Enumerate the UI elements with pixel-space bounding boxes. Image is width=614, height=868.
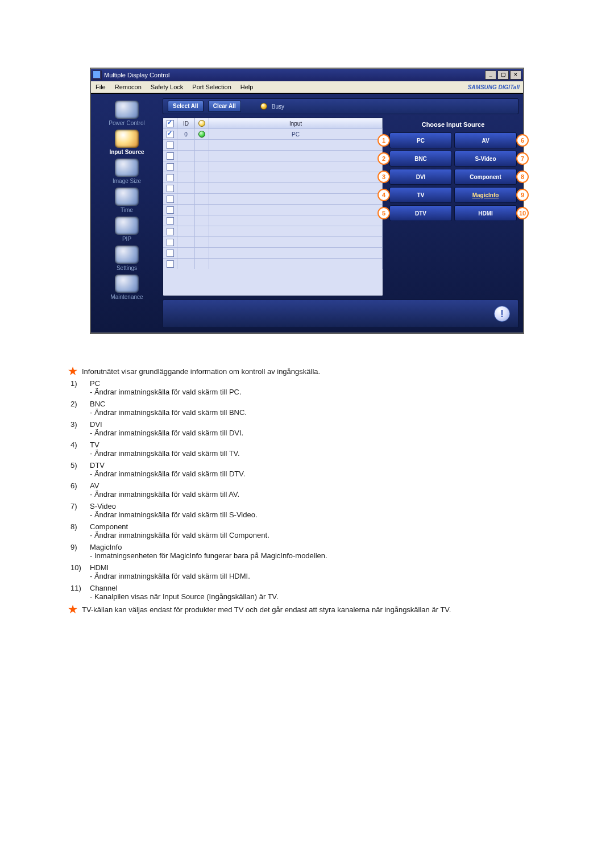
pip-icon bbox=[115, 217, 139, 235]
sidebar-item-settings[interactable]: Settings bbox=[115, 244, 139, 272]
row-checkbox[interactable] bbox=[167, 250, 174, 257]
table-row[interactable] bbox=[163, 226, 383, 236]
window-title: Multiple Display Control bbox=[104, 72, 484, 78]
main-area: Select All Clear All Busy ID Input bbox=[163, 94, 523, 333]
input-source-panel: Choose Input Source 1PC AV6 2BNC S-Video… bbox=[388, 118, 518, 296]
header-input[interactable]: Input bbox=[209, 118, 383, 128]
list-item: 6)AV- Ändrar inmatningskälla för vald sk… bbox=[70, 481, 546, 499]
row-checkbox[interactable] bbox=[167, 163, 174, 171]
titlebar[interactable]: Multiple Display Control _ ▢ × bbox=[91, 69, 523, 81]
source-component-button[interactable]: Component8 bbox=[454, 169, 517, 185]
row-checkbox[interactable] bbox=[167, 185, 174, 192]
menu-remocon[interactable]: Remocon bbox=[110, 81, 146, 93]
list-item: 3)DVI- Ändrar inmatningskälla för vald s… bbox=[70, 420, 546, 437]
sidebar-item-image-size[interactable]: Image Size bbox=[113, 157, 141, 185]
document-body: ★ Inforutnätet visar grundläggande infor… bbox=[68, 367, 546, 614]
checkbox-icon bbox=[167, 120, 174, 127]
minimize-button[interactable]: _ bbox=[485, 70, 496, 80]
statusbar: ! bbox=[163, 300, 518, 328]
table-row[interactable] bbox=[163, 139, 383, 150]
table-row[interactable] bbox=[163, 204, 383, 215]
row-checkbox[interactable] bbox=[167, 131, 174, 138]
table-row[interactable] bbox=[163, 150, 383, 161]
source-magicinfo-button[interactable]: MagicInfo9 bbox=[454, 187, 517, 203]
sidebar-item-maintenance[interactable]: Maintenance bbox=[110, 273, 143, 301]
sidebar-item-input-source[interactable]: Input Source bbox=[109, 128, 144, 156]
source-label: HDMI bbox=[478, 210, 493, 217]
list-item: 4)TV- Ändrar inmatningskälla för vald sk… bbox=[70, 441, 546, 458]
row-checkbox[interactable] bbox=[167, 174, 174, 181]
row-checkbox[interactable] bbox=[167, 142, 174, 149]
row-checkbox[interactable] bbox=[167, 206, 174, 214]
cell-input: PC bbox=[209, 129, 383, 139]
num-badge: 5 bbox=[377, 207, 390, 219]
row-checkbox[interactable] bbox=[167, 152, 174, 160]
source-dvi-button[interactable]: 3DVI bbox=[389, 169, 452, 185]
table-row[interactable] bbox=[163, 193, 383, 204]
app-window: Multiple Display Control _ ▢ × File Remo… bbox=[90, 68, 524, 333]
status-dot-icon bbox=[198, 131, 205, 138]
source-label: BNC bbox=[414, 156, 427, 162]
star-icon: ★ bbox=[68, 367, 77, 375]
sidebar-item-label: Input Source bbox=[109, 149, 144, 155]
header-status[interactable] bbox=[195, 118, 209, 128]
menu-port-selection[interactable]: Port Selection bbox=[188, 81, 235, 93]
device-table: ID Input 0 PC bbox=[163, 118, 383, 296]
source-tv-button[interactable]: 4TV bbox=[389, 187, 452, 203]
table-row[interactable] bbox=[163, 236, 383, 247]
clear-all-button[interactable]: Clear All bbox=[208, 101, 241, 112]
table-row[interactable] bbox=[163, 161, 383, 172]
header-id[interactable]: ID bbox=[177, 118, 195, 128]
settings-icon bbox=[115, 246, 139, 264]
row-checkbox[interactable] bbox=[167, 239, 174, 246]
power-icon bbox=[115, 101, 139, 119]
source-label: MagicInfo bbox=[472, 192, 499, 198]
content: ID Input 0 PC bbox=[163, 118, 518, 296]
source-dtv-button[interactable]: 5DTV bbox=[389, 205, 452, 221]
menu-help[interactable]: Help bbox=[236, 81, 258, 93]
table-row[interactable] bbox=[163, 215, 383, 226]
select-all-button[interactable]: Select All bbox=[168, 101, 204, 112]
source-grid: 1PC AV6 2BNC S-Video7 3DVI Component8 4T… bbox=[389, 132, 517, 221]
source-av-button[interactable]: AV6 bbox=[454, 132, 517, 148]
source-label: TV bbox=[417, 192, 425, 198]
table-row[interactable] bbox=[163, 247, 383, 258]
panel-title: Choose Input Source bbox=[388, 118, 518, 132]
row-checkbox[interactable] bbox=[167, 196, 174, 203]
source-hdmi-button[interactable]: HDMI10 bbox=[454, 205, 517, 221]
star-icon: ★ bbox=[68, 605, 77, 613]
row-checkbox[interactable] bbox=[167, 228, 174, 235]
table-row[interactable] bbox=[163, 182, 383, 193]
busy-label: Busy bbox=[272, 103, 284, 110]
sidebar-item-label: Time bbox=[121, 207, 133, 213]
num-badge: 8 bbox=[516, 171, 529, 183]
list-item: 9)MagicInfo- Inmatningsenheten för Magic… bbox=[70, 543, 546, 560]
table-row[interactable] bbox=[163, 258, 383, 269]
note-line: ★ TV-källan kan väljas endast för produk… bbox=[68, 605, 546, 614]
num-badge: 3 bbox=[377, 171, 390, 183]
table-body[interactable]: 0 PC bbox=[163, 128, 383, 296]
row-checkbox[interactable] bbox=[167, 260, 174, 268]
header-checkbox[interactable] bbox=[163, 118, 177, 128]
info-icon[interactable]: ! bbox=[494, 306, 510, 322]
menu-safety-lock[interactable]: Safety Lock bbox=[146, 81, 188, 93]
cell-id: 0 bbox=[177, 129, 195, 139]
busy-indicator-icon bbox=[260, 103, 267, 110]
table-row[interactable]: 0 PC bbox=[163, 128, 383, 139]
source-pc-button[interactable]: 1PC bbox=[389, 132, 452, 148]
source-svideo-button[interactable]: S-Video7 bbox=[454, 151, 517, 167]
image-size-icon bbox=[115, 159, 139, 177]
list-item: 7)S-Video- Ändrar inmatningskälla för va… bbox=[70, 502, 546, 519]
sidebar-item-label: PIP bbox=[122, 236, 131, 242]
sidebar-item-pip[interactable]: PIP bbox=[115, 215, 139, 243]
maximize-button[interactable]: ▢ bbox=[497, 70, 509, 80]
list-item: 5)DTV- Ändrar inmatningskälla för vald s… bbox=[70, 461, 546, 478]
source-bnc-button[interactable]: 2BNC bbox=[389, 151, 452, 167]
menu-file[interactable]: File bbox=[91, 81, 110, 93]
table-row[interactable] bbox=[163, 172, 383, 182]
sidebar-item-power-control[interactable]: Power Control bbox=[109, 99, 144, 127]
client-area: Power Control Input Source Image Size Ti… bbox=[91, 93, 523, 333]
sidebar-item-time[interactable]: Time bbox=[115, 186, 139, 214]
row-checkbox[interactable] bbox=[167, 217, 174, 225]
close-button[interactable]: × bbox=[510, 70, 521, 80]
